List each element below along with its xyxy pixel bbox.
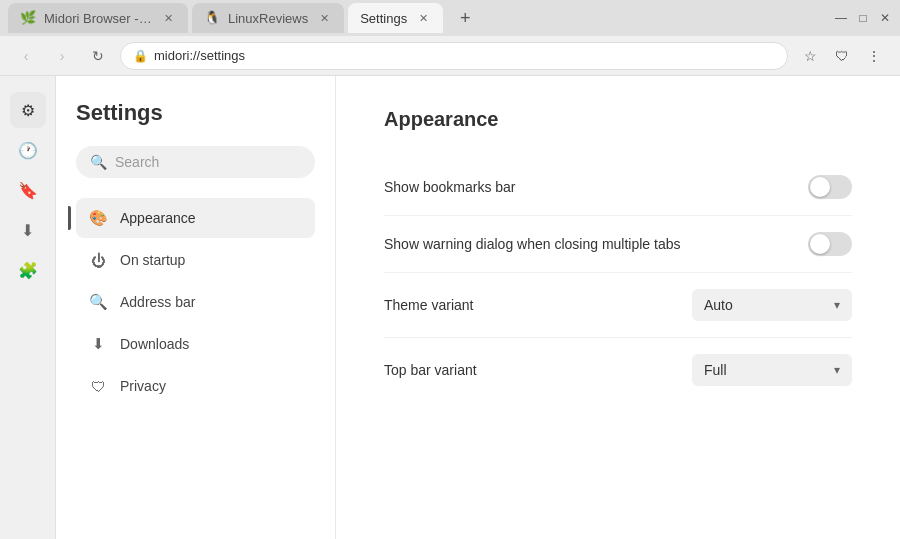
- setting-row-theme-variant: Theme variant Auto ▾: [384, 273, 852, 338]
- tab-close-settings[interactable]: ✕: [415, 10, 431, 26]
- nav-item-addressbar[interactable]: 🔍 Address bar: [76, 282, 315, 322]
- setting-label-theme-variant: Theme variant: [384, 297, 473, 313]
- tab-label-linuxreviews: LinuxReviews: [228, 11, 308, 26]
- setting-row-top-bar-variant: Top bar variant Full ▾: [384, 338, 852, 402]
- privacy-icon: 🛡: [88, 376, 108, 396]
- top-bar-variant-select[interactable]: Full ▾: [692, 354, 852, 386]
- title-bar: 🌿 Midori Browser - Astian ✕ 🐧 LinuxRevie…: [0, 0, 900, 36]
- nav-item-label-downloads: Downloads: [120, 336, 189, 352]
- settings-title: Settings: [76, 100, 315, 126]
- tab-midori[interactable]: 🌿 Midori Browser - Astian ✕: [8, 3, 188, 33]
- settings-content: Appearance Show bookmarks bar Show warni…: [336, 76, 900, 539]
- tab-settings[interactable]: Settings ✕: [348, 3, 443, 33]
- downloads-icon: ⬇: [88, 334, 108, 354]
- tab-icon-linuxreviews: 🐧: [204, 10, 220, 26]
- tab-linuxreviews[interactable]: 🐧 LinuxReviews ✕: [192, 3, 344, 33]
- toggle-knob-close-warning: [810, 234, 830, 254]
- settings-nav: Settings 🔍 🎨 Appearance ⏻ On startup: [56, 76, 336, 539]
- nav-item-startup[interactable]: ⏻ On startup: [76, 240, 315, 280]
- tab-label-settings: Settings: [360, 11, 407, 26]
- address-bar[interactable]: 🔒 midori://settings: [120, 42, 788, 70]
- forward-button[interactable]: ›: [48, 42, 76, 70]
- nav-item-appearance[interactable]: 🎨 Appearance: [76, 198, 315, 238]
- toggle-knob-bookmarks-bar: [810, 177, 830, 197]
- sidebar-icon-settings[interactable]: ⚙: [10, 92, 46, 128]
- theme-variant-select-wrapper: Auto ▾: [692, 289, 852, 321]
- search-input[interactable]: [115, 154, 301, 170]
- top-bar-variant-arrow-icon: ▾: [834, 363, 840, 377]
- nav-item-downloads[interactable]: ⬇ Downloads: [76, 324, 315, 364]
- startup-icon: ⏻: [88, 250, 108, 270]
- sidebar-icon-history[interactable]: 🕐: [10, 132, 46, 168]
- reload-button[interactable]: ↻: [84, 42, 112, 70]
- top-bar-variant-value: Full: [704, 362, 727, 378]
- setting-label-close-warning: Show warning dialog when closing multipl…: [384, 236, 681, 252]
- setting-label-bookmarks-bar: Show bookmarks bar: [384, 179, 516, 195]
- toolbar: ‹ › ↻ 🔒 midori://settings ☆ 🛡 ⋮: [0, 36, 900, 76]
- sidebar-icon-bookmarks[interactable]: 🔖: [10, 172, 46, 208]
- setting-row-bookmarks-bar: Show bookmarks bar: [384, 159, 852, 216]
- setting-label-top-bar-variant: Top bar variant: [384, 362, 477, 378]
- shield-button[interactable]: 🛡: [828, 42, 856, 70]
- nav-item-label-appearance: Appearance: [120, 210, 196, 226]
- icon-sidebar: ⚙ 🕐 🔖 ⬇ 🧩: [0, 76, 56, 539]
- search-box[interactable]: 🔍: [76, 146, 315, 178]
- setting-row-close-warning: Show warning dialog when closing multipl…: [384, 216, 852, 273]
- tab-close-midori[interactable]: ✕: [160, 10, 176, 26]
- nav-items: 🎨 Appearance ⏻ On startup 🔍 Address bar …: [76, 198, 315, 406]
- address-text: midori://settings: [154, 48, 775, 63]
- nav-item-label-addressbar: Address bar: [120, 294, 195, 310]
- theme-variant-value: Auto: [704, 297, 733, 313]
- sidebar-icon-extensions[interactable]: 🧩: [10, 252, 46, 288]
- maximize-button[interactable]: □: [856, 11, 870, 25]
- top-bar-variant-select-wrapper: Full ▾: [692, 354, 852, 386]
- nav-item-label-privacy: Privacy: [120, 378, 166, 394]
- sidebar-icon-downloads[interactable]: ⬇: [10, 212, 46, 248]
- window-controls: — □ ✕: [834, 11, 892, 25]
- minimize-button[interactable]: —: [834, 11, 848, 25]
- theme-variant-arrow-icon: ▾: [834, 298, 840, 312]
- nav-item-label-startup: On startup: [120, 252, 185, 268]
- toggle-bookmarks-bar[interactable]: [808, 175, 852, 199]
- nav-item-privacy[interactable]: 🛡 Privacy: [76, 366, 315, 406]
- tab-icon-midori: 🌿: [20, 10, 36, 26]
- settings-panel: Settings 🔍 🎨 Appearance ⏻ On startup: [56, 76, 900, 539]
- tab-close-linuxreviews[interactable]: ✕: [316, 10, 332, 26]
- appearance-icon: 🎨: [88, 208, 108, 228]
- tab-label-midori: Midori Browser - Astian: [44, 11, 152, 26]
- theme-variant-select[interactable]: Auto ▾: [692, 289, 852, 321]
- close-button[interactable]: ✕: [878, 11, 892, 25]
- addressbar-icon: 🔍: [88, 292, 108, 312]
- back-button[interactable]: ‹: [12, 42, 40, 70]
- lock-icon: 🔒: [133, 49, 148, 63]
- main-content: ⚙ 🕐 🔖 ⬇ 🧩 Settings 🔍 🎨 Appearance: [0, 76, 900, 539]
- section-title: Appearance: [384, 108, 852, 131]
- bookmark-button[interactable]: ☆: [796, 42, 824, 70]
- toggle-close-warning[interactable]: [808, 232, 852, 256]
- search-icon: 🔍: [90, 154, 107, 170]
- toolbar-actions: ☆ 🛡 ⋮: [796, 42, 888, 70]
- new-tab-button[interactable]: +: [451, 4, 479, 32]
- menu-button[interactable]: ⋮: [860, 42, 888, 70]
